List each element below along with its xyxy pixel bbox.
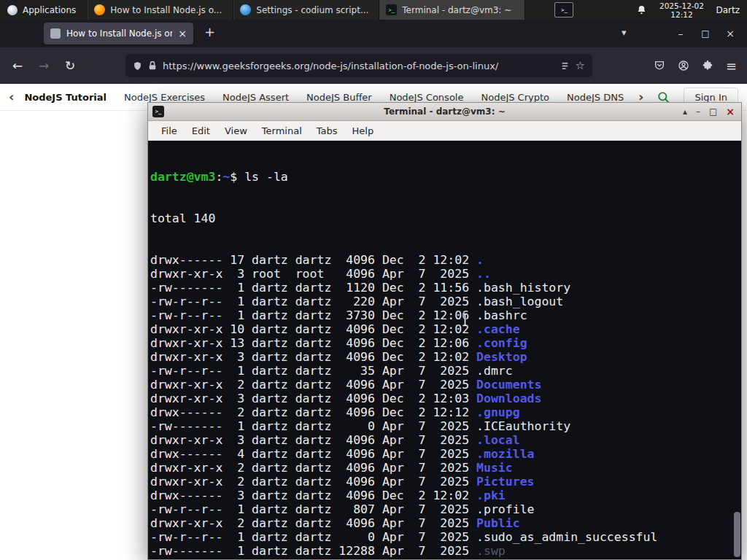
terminal-listing-line: -rw-r--r-- 1 dartz dartz 35 Apr 7 2025 .… [150, 364, 741, 378]
list-all-tabs-icon[interactable]: ▾ [622, 27, 627, 38]
prompt-path: ~ [222, 170, 230, 184]
taskbar-button-firefox[interactable]: How to Install Node.js o... [88, 0, 233, 20]
reader-mode-icon[interactable] [560, 61, 570, 71]
gfg-nav-link[interactable]: NodeJS Console [390, 92, 464, 103]
file-name: .. [476, 267, 491, 281]
reload-button[interactable]: ↻ [58, 54, 82, 77]
terminal-menu-edit[interactable]: Edit [185, 125, 217, 136]
user-menu[interactable]: Dartz [716, 5, 740, 15]
terminal-maximize-button[interactable]: □ [709, 107, 717, 116]
browser-minimize-button[interactable]: – [668, 28, 693, 39]
gfg-nav-link[interactable]: NodeJS Tutorial [24, 92, 107, 103]
terminal-titlebar[interactable]: >_ Terminal - dartz@vm3: ~ ▴ – □ × [148, 103, 741, 121]
pocket-icon[interactable] [654, 60, 665, 71]
file-name: Downloads [476, 392, 541, 405]
terminal-prompt-line: dartz@vm3:~$ ls -la [150, 170, 741, 184]
terminal-listing-line: drwxr-xr-x 13 dartz dartz 4096 Dec 2 12:… [150, 336, 741, 350]
terminal-listing-line: drwxr-xr-x 3 dartz dartz 4096 Dec 2 12:0… [150, 392, 741, 405]
gfg-nav-link[interactable]: NodeJS Buffer [306, 92, 372, 103]
terminal-scrollbar-thumb[interactable] [734, 512, 740, 557]
new-tab-button[interactable]: + [204, 24, 215, 39]
terminal-scrollbar[interactable] [732, 141, 741, 559]
hamburger-menu-icon[interactable]: ≡ [726, 58, 737, 74]
terminal-icon: >_ [386, 4, 397, 15]
browser-close-button[interactable]: × [718, 28, 743, 39]
clock[interactable]: 2025-12-02 12:12 [657, 1, 705, 19]
taskbar-button-terminal[interactable]: >_Terminal - dartz@vm3: ~ [379, 0, 525, 20]
terminal-window-controls: ▴ – □ × [683, 106, 741, 117]
terminal-minimize-button[interactable]: – [696, 107, 700, 116]
terminal-listing-line: -rw-r--r-- 1 dartz dartz 3730 Dec 2 12:0… [150, 308, 741, 322]
browser-tab[interactable]: How to Install Node.js on × [44, 23, 193, 44]
file-name: Templates [476, 558, 541, 559]
gfg-nav-link[interactable]: NodeJS Crypto [481, 92, 549, 103]
terminal-window-icon: >_ [152, 106, 164, 117]
applications-menu-button[interactable]: Applications [0, 0, 83, 20]
file-name: .dmrc [476, 364, 513, 378]
terminal-listing-line: -rw------- 1 dartz dartz 0 Apr 7 2025 .I… [150, 419, 741, 433]
taskbar-button-codium[interactable]: Settings - codium script... [233, 0, 379, 20]
notifications-bell-icon[interactable] [636, 4, 647, 15]
terminal-menu-view[interactable]: View [217, 125, 255, 136]
gfg-nav-link[interactable]: NodeJS DNS [567, 92, 624, 103]
bookmark-star-icon[interactable]: ☆ [576, 59, 585, 72]
tab-title: How to Install Node.js on [66, 28, 172, 39]
terminal-close-button[interactable]: × [726, 106, 735, 117]
panel-right: >_ 2025-12-02 12:12 Dartz [554, 1, 747, 19]
file-name: .bash_history [476, 281, 570, 295]
file-name: Documents [476, 378, 541, 392]
file-name: .cache [476, 322, 520, 336]
prompt-symbol: $ [230, 170, 244, 184]
file-name: .pki [476, 489, 506, 502]
gfg-nav-link[interactable]: NodeJS Exercises [124, 92, 205, 103]
prompt-user-host: dartz@vm3 [150, 170, 215, 184]
applications-label: Applications [23, 5, 76, 15]
back-button[interactable]: ← [6, 54, 29, 77]
terminal-menu-terminal[interactable]: Terminal [255, 125, 309, 136]
tray-terminal-icon[interactable]: >_ [554, 2, 573, 18]
extensions-puzzle-icon[interactable] [702, 60, 713, 71]
terminal-menu-tabs[interactable]: Tabs [309, 125, 345, 136]
account-icon[interactable] [678, 60, 689, 71]
file-name: .mozilla [476, 447, 534, 461]
file-name: .swp [476, 544, 506, 558]
file-name: Public [476, 516, 520, 530]
terminal-menu-help[interactable]: Help [345, 125, 382, 136]
browser-maximize-button[interactable]: □ [693, 28, 718, 39]
terminal-window: >_ Terminal - dartz@vm3: ~ ▴ – □ × FileE… [147, 102, 742, 560]
terminal-listing-line: -rw-r--r-- 1 dartz dartz 220 Apr 7 2025 … [150, 295, 741, 308]
gfg-nav-link[interactable]: NodeJS Assert [222, 92, 289, 103]
lock-icon[interactable] [148, 61, 157, 71]
mouse-cursor-ibeam [460, 312, 470, 327]
terminal-listing-line: drwxr-xr-x 2 dartz dartz 4096 Apr 7 2025… [150, 475, 741, 489]
tab-favicon [50, 28, 61, 39]
file-name: .ICEauthority [476, 419, 570, 433]
nav-scroll-left-icon[interactable]: ‹ [9, 90, 14, 104]
applications-icon [7, 5, 18, 15]
file-name: .config [476, 336, 527, 350]
terminal-listing-line: drwx------ 4 dartz dartz 4096 Apr 7 2025… [150, 447, 741, 461]
prompt-separator: : [215, 170, 222, 184]
terminal-listing-line: drwxr-xr-x 3 root root 4096 Apr 7 2025 .… [150, 267, 741, 281]
url-bar[interactable]: https://www.geeksforgeeks.org/node-js/in… [125, 54, 592, 77]
file-name: . [476, 253, 484, 267]
terminal-glyph-icon: >_ [561, 7, 567, 13]
terminal-menu-file[interactable]: File [154, 125, 185, 136]
tracking-shield-icon[interactable] [133, 61, 142, 71]
tab-close-icon[interactable]: × [178, 28, 187, 39]
terminal-shade-button[interactable]: ▴ [683, 107, 687, 116]
terminal-output: drwx------ 17 dartz dartz 4096 Dec 2 12:… [150, 253, 741, 559]
forward-button[interactable]: → [32, 54, 55, 77]
terminal-listing-line: -rw------- 1 dartz dartz 1120 Dec 2 11:5… [150, 281, 741, 295]
taskbar-button-label: Settings - codium script... [256, 5, 368, 15]
terminal-listing-line: drwx------ 3 dartz dartz 4096 Dec 2 12:0… [150, 489, 741, 502]
clock-date: 2025-12-02 [657, 1, 705, 10]
terminal-body[interactable]: dartz@vm3:~$ ls -la total 140 drwx------… [148, 141, 741, 559]
clock-time: 12:12 [657, 10, 705, 19]
firefox-icon [94, 4, 105, 15]
browser-toolbar: ← → ↻ https://www.geeksforgeeks.org/node… [0, 47, 747, 84]
desktop: Applications How to Install Node.js o...… [0, 0, 747, 560]
terminal-menubar: FileEditViewTerminalTabsHelp [148, 121, 741, 141]
file-name: .bash_logout [476, 295, 563, 308]
command-text: ls -la [244, 170, 288, 184]
